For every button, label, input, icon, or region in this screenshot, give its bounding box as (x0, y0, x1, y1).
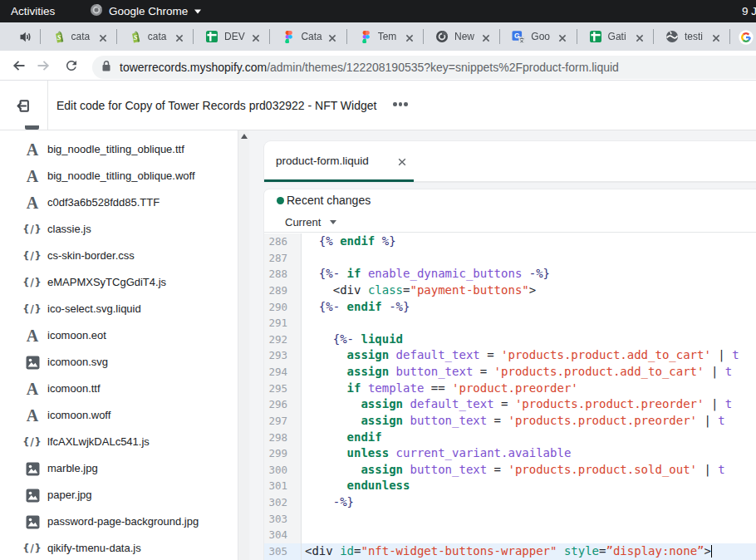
code-token: assign (361, 397, 403, 410)
browser-tab[interactable]: Cata (270, 22, 346, 51)
file-item[interactable]: {/}cs-skin-border.css (0, 243, 238, 269)
code-token: current_variant.available (396, 446, 572, 459)
scroll-up-arrow[interactable] (241, 134, 248, 139)
code-line[interactable]: 288 {%- if enable_dynamic_buttons -%} (264, 266, 756, 282)
file-name: big_noodle_titling_oblique.woff (47, 163, 195, 189)
reload-button[interactable] (57, 51, 86, 81)
tab-close-icon[interactable] (711, 32, 721, 42)
code-line[interactable]: 296 assign default_text = 'products.prod… (264, 396, 756, 413)
forward-button[interactable] (29, 51, 57, 81)
shopify-favicon-icon: S (52, 30, 66, 43)
code-line[interactable]: 292 {%- liquid (264, 332, 756, 348)
browser-tab[interactable]: Tem (347, 22, 423, 51)
tab-close-icon[interactable] (327, 32, 337, 42)
code-line[interactable]: 295 if template == 'product.preorder' (264, 381, 756, 397)
code-line[interactable]: 289 <div class="payment-buttons"> (264, 282, 756, 299)
code-token (305, 332, 333, 346)
code-token (305, 430, 347, 444)
browser-tab[interactable]: Scata (117, 22, 193, 51)
file-item[interactable]: Aicomoon.eot (0, 322, 238, 349)
tab-close-icon[interactable] (98, 32, 108, 42)
code-line[interactable]: 294 assign button_text = 'products.produ… (264, 364, 756, 381)
tab-close-icon[interactable] (251, 32, 261, 42)
file-item[interactable]: {/}ico-select.svg.liquid (0, 296, 238, 322)
file-item[interactable]: marble.jpg (0, 455, 238, 482)
file-sidebar: Abig_noodle_titling_oblique.ttfAbig_nood… (0, 130, 249, 560)
tab-close-icon[interactable] (635, 32, 645, 42)
file-name: eMAPMXSyTCgGdiT4.js (47, 269, 166, 296)
browser-tab[interactable]: New (424, 22, 499, 51)
dot (404, 102, 408, 106)
code-token: = (487, 414, 508, 427)
file-item[interactable]: {/}eMAPMXSyTCgGdiT4.js (0, 269, 238, 296)
tab-close-icon[interactable] (481, 32, 491, 42)
version-dropdown[interactable]: Current (285, 216, 321, 228)
svg-text:S: S (56, 33, 61, 42)
file-item[interactable]: Aicomoon.ttf (0, 376, 238, 402)
clock[interactable]: 9 Ju (742, 0, 756, 22)
file-item[interactable]: Ac0df3a6b528fdd85.TTF (0, 189, 238, 216)
tab-close-icon[interactable] (557, 32, 567, 42)
code-line[interactable]: 303 (264, 511, 756, 528)
close-x-icon[interactable] (397, 155, 407, 165)
browser-tab[interactable] (730, 22, 756, 51)
editor-tab-product-form[interactable]: product-form.liquid (276, 141, 369, 179)
code-text: {% endif %} (302, 233, 756, 250)
file-item[interactable]: password-page-background.jpg (0, 508, 238, 535)
browser-tab[interactable]: GGoo (500, 22, 576, 51)
code-token: | (704, 397, 724, 410)
file-item[interactable]: {/}qikify-tmenu-data.js (0, 535, 238, 560)
editor-tab-bar: product-form.liquid (264, 141, 756, 182)
file-item[interactable]: Abig_noodle_titling_oblique.ttf (0, 136, 238, 163)
code-token: assign (361, 463, 403, 476)
tab-close-icon[interactable] (174, 32, 184, 42)
code-token: {%- (319, 267, 340, 280)
file-item[interactable]: Aicomoon.woff (0, 402, 238, 429)
code-text: <div id="nft-widget-buttons-wrapper" sty… (302, 543, 756, 560)
code-line[interactable]: 287 (264, 250, 756, 267)
sidebar-scrollbar[interactable] (238, 130, 249, 560)
file-item[interactable]: Abig_noodle_titling_oblique.woff (0, 163, 238, 189)
code-line-active[interactable]: 305<div id="nft-widget-buttons-wrapper" … (264, 543, 756, 560)
code-token: {%- (333, 332, 354, 346)
dot (393, 102, 397, 106)
browser-tab[interactable]: Scata (41, 22, 116, 51)
lock-icon[interactable] (101, 60, 111, 76)
file-item[interactable]: icomoon.svg (0, 349, 238, 376)
app-menu[interactable]: Google Chrome (90, 0, 202, 22)
tab-close-icon[interactable] (405, 32, 415, 42)
code-token (305, 381, 347, 395)
browser-toolbar: towerrecords.myshopify.com/admin/themes/… (0, 51, 756, 81)
code-line[interactable]: 293 assign default_text = 'products.prod… (264, 347, 756, 364)
browser-tab[interactable]: testi (654, 22, 729, 51)
browser-tab[interactable]: Gati (577, 22, 653, 51)
figma-favicon-icon (282, 30, 295, 43)
activities-button[interactable]: Activities (11, 0, 55, 22)
code-line[interactable]: 301 endunless (264, 478, 756, 494)
file-item[interactable]: {/}lfcAXLwjkDALc541.js (0, 429, 238, 455)
code-token: assign (361, 414, 403, 427)
image-file-icon (23, 508, 42, 535)
line-number: 286 (264, 233, 302, 250)
dot (399, 102, 403, 106)
editor-content: Abig_noodle_titling_oblique.ttfAbig_nood… (0, 130, 756, 560)
code-line[interactable]: 290 {%- endif -%} (264, 299, 756, 316)
code-line[interactable]: 297 assign button_text = 'products.produ… (264, 413, 756, 430)
code-editor[interactable]: 286 {% endif %}287288 {%- if enable_dyna… (264, 233, 756, 560)
exit-editor-icon[interactable] (15, 97, 32, 115)
code-line[interactable]: 299 unless current_variant.available (264, 445, 756, 462)
file-item[interactable]: paper.jpg (0, 482, 238, 508)
code-line[interactable]: 304 (264, 527, 756, 543)
code-line[interactable]: 286 {% endif %} (264, 233, 756, 250)
code-token: = (487, 463, 508, 476)
browser-tab[interactable]: DEV (194, 22, 269, 51)
code-line[interactable]: 302 -%} (264, 494, 756, 511)
code-line[interactable]: 298 endif (264, 430, 756, 446)
chrome-icon (90, 3, 103, 20)
address-bar[interactable]: towerrecords.myshopify.com/admin/themes/… (92, 56, 756, 79)
three-dots-menu[interactable] (393, 102, 408, 106)
code-line[interactable]: 300 assign button_text = 'products.produ… (264, 462, 756, 479)
code-token (305, 495, 333, 508)
code-line[interactable]: 291 (264, 315, 756, 332)
file-item[interactable]: {/}classie.js (0, 216, 238, 243)
